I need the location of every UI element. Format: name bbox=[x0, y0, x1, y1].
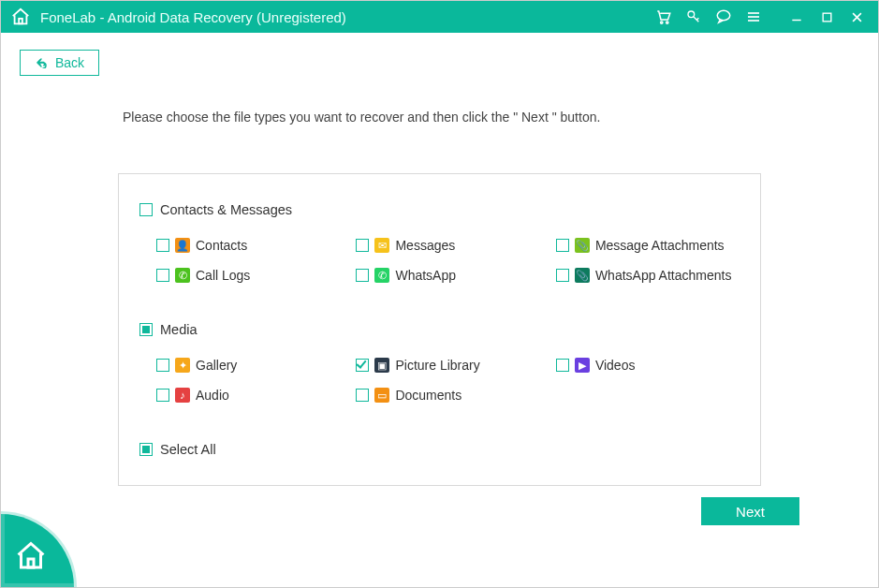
checkbox-wa-attach[interactable] bbox=[556, 269, 569, 282]
item-gallery[interactable]: ✦ Gallery bbox=[139, 358, 339, 373]
maximize-icon[interactable] bbox=[818, 8, 835, 25]
checkbox-contacts[interactable] bbox=[156, 239, 169, 252]
item-messages[interactable]: ✉ Messages bbox=[339, 238, 538, 253]
checkbox-msg-attach[interactable] bbox=[556, 239, 569, 252]
titlebar-icons bbox=[655, 8, 865, 25]
call-logs-icon: ✆ bbox=[175, 268, 190, 283]
app-logo-icon bbox=[10, 7, 31, 27]
instruction-text: Please choose the file types you want to… bbox=[123, 110, 859, 125]
item-whatsapp-attachments[interactable]: 📎 WhatsApp Attachments bbox=[539, 268, 739, 283]
titlebar: FoneLab - Android Data Recovery (Unregis… bbox=[1, 1, 878, 33]
next-button[interactable]: Next bbox=[701, 497, 799, 525]
back-label: Back bbox=[55, 55, 84, 70]
item-label: WhatsApp bbox=[395, 268, 456, 283]
menu-icon[interactable] bbox=[745, 8, 762, 25]
cart-icon[interactable] bbox=[655, 8, 672, 25]
close-icon[interactable] bbox=[848, 8, 865, 25]
item-label: Messages bbox=[395, 238, 455, 253]
window-title: FoneLab - Android Data Recovery (Unregis… bbox=[40, 9, 346, 25]
item-label: Message Attachments bbox=[595, 238, 725, 253]
contacts-icon: 👤 bbox=[175, 238, 190, 253]
checkbox-messages[interactable] bbox=[356, 239, 369, 252]
checkbox-call-logs[interactable] bbox=[156, 269, 169, 282]
item-videos[interactable]: ▶ Videos bbox=[539, 358, 739, 373]
checkbox-documents[interactable] bbox=[356, 389, 369, 402]
item-call-logs[interactable]: ✆ Call Logs bbox=[139, 268, 339, 283]
home-icon bbox=[14, 539, 48, 573]
audio-icon: ♪ bbox=[175, 388, 190, 403]
table-row: ✦ Gallery ▣ Picture Library ▶ Videos bbox=[139, 358, 740, 373]
select-all-row[interactable]: Select All bbox=[139, 442, 740, 457]
checkbox-gallery[interactable] bbox=[156, 359, 169, 372]
feedback-icon[interactable] bbox=[715, 8, 732, 25]
picture-library-icon: ▣ bbox=[374, 358, 389, 373]
select-all-label: Select All bbox=[160, 442, 216, 457]
checkbox-videos[interactable] bbox=[556, 359, 569, 372]
messages-icon: ✉ bbox=[374, 238, 389, 253]
gallery-icon: ✦ bbox=[175, 358, 190, 373]
table-row: ✆ Call Logs ✆ WhatsApp 📎 WhatsApp Attach… bbox=[139, 268, 740, 283]
item-message-attachments[interactable]: 📎 Message Attachments bbox=[539, 238, 739, 253]
item-label: WhatsApp Attachments bbox=[595, 268, 732, 283]
documents-icon: ▭ bbox=[374, 388, 389, 403]
home-button[interactable] bbox=[1, 514, 74, 587]
item-label: Call Logs bbox=[196, 268, 250, 283]
message-attachments-icon: 📎 bbox=[575, 238, 590, 253]
item-picture-library[interactable]: ▣ Picture Library bbox=[339, 358, 538, 373]
svg-rect-0 bbox=[19, 19, 22, 24]
item-whatsapp[interactable]: ✆ WhatsApp bbox=[339, 268, 538, 283]
whatsapp-icon: ✆ bbox=[374, 268, 389, 283]
section-title-media: Media bbox=[160, 322, 198, 337]
item-label: Documents bbox=[395, 388, 461, 403]
file-type-panel: Contacts & Messages 👤 Contacts ✉ Message… bbox=[118, 173, 761, 486]
back-arrow-icon bbox=[35, 57, 48, 68]
item-contacts[interactable]: 👤 Contacts bbox=[139, 238, 339, 253]
svg-rect-12 bbox=[28, 559, 34, 567]
svg-rect-9 bbox=[823, 13, 831, 22]
whatsapp-attachments-icon: 📎 bbox=[575, 268, 590, 283]
item-label: Picture Library bbox=[395, 358, 479, 373]
videos-icon: ▶ bbox=[575, 358, 590, 373]
checkbox-audio[interactable] bbox=[156, 389, 169, 402]
svg-point-3 bbox=[688, 11, 695, 18]
checkbox-picture-library[interactable] bbox=[356, 359, 369, 372]
checkbox-contacts-header[interactable] bbox=[139, 203, 153, 216]
content-area: Back Please choose the file types you wa… bbox=[1, 50, 878, 486]
svg-point-4 bbox=[717, 10, 730, 21]
svg-point-2 bbox=[667, 22, 668, 23]
item-label: Videos bbox=[595, 358, 636, 373]
section-header-contacts[interactable]: Contacts & Messages bbox=[139, 202, 740, 217]
section-title-contacts: Contacts & Messages bbox=[160, 202, 292, 217]
checkbox-media-header[interactable] bbox=[139, 323, 153, 336]
section-header-media[interactable]: Media bbox=[139, 322, 740, 337]
checkbox-select-all[interactable] bbox=[139, 443, 153, 456]
item-label: Contacts bbox=[196, 238, 247, 253]
checkbox-whatsapp[interactable] bbox=[356, 269, 369, 282]
svg-point-1 bbox=[661, 22, 663, 23]
item-documents[interactable]: ▭ Documents bbox=[339, 388, 538, 403]
item-label: Gallery bbox=[196, 358, 237, 373]
item-audio[interactable]: ♪ Audio bbox=[139, 388, 339, 403]
table-row: ♪ Audio ▭ Documents bbox=[139, 388, 740, 403]
back-button[interactable]: Back bbox=[20, 50, 99, 76]
item-label: Audio bbox=[196, 388, 229, 403]
key-icon[interactable] bbox=[685, 8, 702, 25]
table-row: 👤 Contacts ✉ Messages 📎 Message Attachme… bbox=[139, 238, 740, 253]
minimize-icon[interactable] bbox=[788, 8, 805, 25]
